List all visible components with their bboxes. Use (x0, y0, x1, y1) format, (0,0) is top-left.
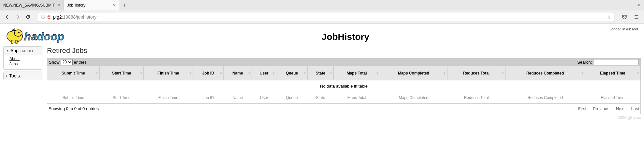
column-header[interactable]: Elapsed Time▲▼ (585, 66, 640, 80)
accordion-label: Tools (9, 73, 20, 78)
browser-tab[interactable]: JobHistory × (64, 0, 119, 10)
hadoop-logo: hadoop (3, 26, 81, 46)
svg-point-7 (18, 32, 20, 33)
svg-text:hadoop: hadoop (24, 30, 64, 42)
chevron-down-icon: ▼ (6, 49, 9, 52)
column-footer: State (307, 92, 333, 104)
bookmark-icon[interactable]: ☆ (607, 14, 611, 20)
shield-icon (41, 14, 45, 20)
column-footer: Maps Completed (380, 92, 447, 104)
column-footer: Job ID (193, 92, 224, 104)
column-footer: Queue (276, 92, 308, 104)
svg-rect-8 (11, 40, 13, 43)
column-header[interactable]: Start Time▲▼ (99, 66, 144, 80)
accordion-header-tools[interactable]: ▸ Tools (4, 72, 42, 80)
forward-button[interactable] (14, 13, 22, 21)
login-info: Logged in as: root (609, 26, 641, 31)
back-button[interactable] (3, 13, 11, 21)
svg-point-6 (14, 30, 22, 36)
page-next[interactable]: Next (616, 106, 625, 111)
entries-label: entries (74, 60, 87, 65)
browser-nav-bar: pig2:19888/jobhistory ☆ (0, 10, 644, 24)
column-header[interactable]: Job ID▲▼ (193, 66, 224, 80)
reload-button[interactable] (24, 13, 32, 21)
column-header[interactable]: Submit Time▲▼ (47, 66, 100, 80)
column-header[interactable]: Reduces Total▲▼ (447, 66, 505, 80)
sidebar-link-about[interactable]: About (9, 56, 39, 61)
column-footer: Maps Total (334, 92, 380, 104)
search-input[interactable] (593, 59, 639, 65)
column-footer: Start Time (99, 92, 144, 104)
datatable-footer: Showing 0 to 0 of 0 entries First Previo… (47, 104, 641, 114)
show-label: Show (49, 60, 60, 65)
column-header[interactable]: Reduces Completed▲▼ (505, 66, 585, 80)
column-footer: User (252, 92, 276, 104)
accordion-label: Application (10, 48, 33, 53)
column-header[interactable]: State▲▼ (307, 66, 333, 80)
close-icon[interactable]: × (113, 3, 115, 8)
column-footer: Finish Time (144, 92, 193, 104)
sidebar-section-tools: ▸ Tools (3, 72, 42, 80)
accordion-header-application[interactable]: ▼ Application (4, 47, 42, 55)
chevron-right-icon: ▸ (6, 74, 8, 77)
column-header[interactable]: Queue▲▼ (276, 66, 308, 80)
column-header[interactable]: User▲▼ (252, 66, 276, 80)
page-first[interactable]: First (578, 106, 586, 111)
new-tab-button[interactable]: + (119, 2, 130, 8)
watermark: CSDN @lhyzws (0, 114, 644, 122)
menu-icon[interactable] (632, 12, 641, 22)
page-last[interactable]: Last (631, 106, 639, 111)
column-footer: Submit Time (47, 92, 100, 104)
sidebar-link-jobs[interactable]: Jobs (9, 61, 39, 67)
page-size-select[interactable]: 20 (61, 59, 73, 65)
column-header[interactable]: Maps Total▲▼ (334, 66, 380, 80)
page-previous[interactable]: Previous (593, 106, 609, 111)
lock-insecure-icon (47, 14, 51, 20)
browser-tab-bar: NEW,NEW_SAVING,SUBMIT × JobHistory × + × (0, 0, 644, 10)
url-bar[interactable]: pig2:19888/jobhistory ☆ (38, 12, 614, 22)
column-header[interactable]: Finish Time▲▼ (144, 66, 193, 80)
close-icon[interactable]: × (57, 3, 60, 8)
column-footer: Elapsed Time (585, 92, 640, 104)
window-close-button[interactable]: × (633, 2, 644, 8)
column-footer: Name (224, 92, 252, 104)
sidebar-section-application: ▼ Application About Jobs (3, 46, 42, 70)
table-info: Showing 0 to 0 of 0 entries (49, 106, 99, 111)
sidebar: ▼ Application About Jobs ▸ Tools (3, 46, 42, 114)
browser-tab[interactable]: NEW,NEW_SAVING,SUBMIT × (0, 0, 64, 10)
pocket-icon[interactable] (620, 12, 629, 22)
section-title: Retired Jobs (47, 46, 641, 55)
jobs-table: Submit Time▲▼ Start Time▲▼ Finish Time▲▼… (47, 66, 641, 104)
column-footer: Reduces Completed (505, 92, 585, 104)
tab-title: JobHistory (67, 3, 110, 8)
page-title: JobHistory (81, 26, 609, 42)
table-pagination: First Previous Next Last (578, 106, 639, 111)
search-label: Search: (577, 60, 592, 65)
column-footer: Reduces Total (447, 92, 505, 104)
tab-title: NEW,NEW_SAVING,SUBMIT (3, 3, 55, 8)
svg-rect-9 (16, 40, 17, 43)
column-header[interactable]: Maps Completed▲▼ (380, 66, 447, 80)
url-text: pig2:19888/jobhistory (53, 14, 607, 20)
datatable-toolbar: Show 20 entries Search: (47, 58, 641, 66)
empty-message: No data available in table (47, 80, 641, 92)
column-header[interactable]: Name▲▼ (224, 66, 252, 80)
